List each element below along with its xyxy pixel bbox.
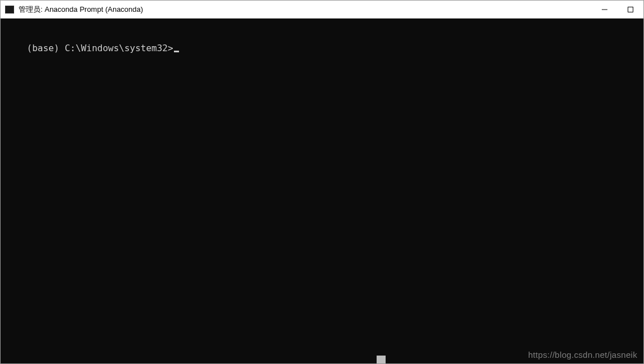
svg-rect-1 — [628, 7, 633, 12]
titlebar[interactable]: 管理员: Anaconda Prompt (Anaconda) — [1, 1, 643, 19]
terminal-window: 管理员: Anaconda Prompt (Anaconda) (base) C… — [0, 0, 644, 364]
terminal-icon — [5, 6, 14, 14]
minimize-button[interactable] — [592, 1, 618, 18]
window-controls — [592, 1, 643, 18]
maximize-icon — [628, 7, 633, 12]
cursor — [174, 51, 179, 52]
maximize-button[interactable] — [618, 1, 643, 18]
window-title: 管理员: Anaconda Prompt (Anaconda) — [19, 5, 592, 15]
scrollbar-fragment — [377, 356, 386, 363]
command-prompt: (base) C:\Windows\system32> — [27, 43, 173, 53]
minimize-icon — [602, 7, 607, 12]
terminal-body[interactable]: (base) C:\Windows\system32> — [1, 19, 643, 363]
